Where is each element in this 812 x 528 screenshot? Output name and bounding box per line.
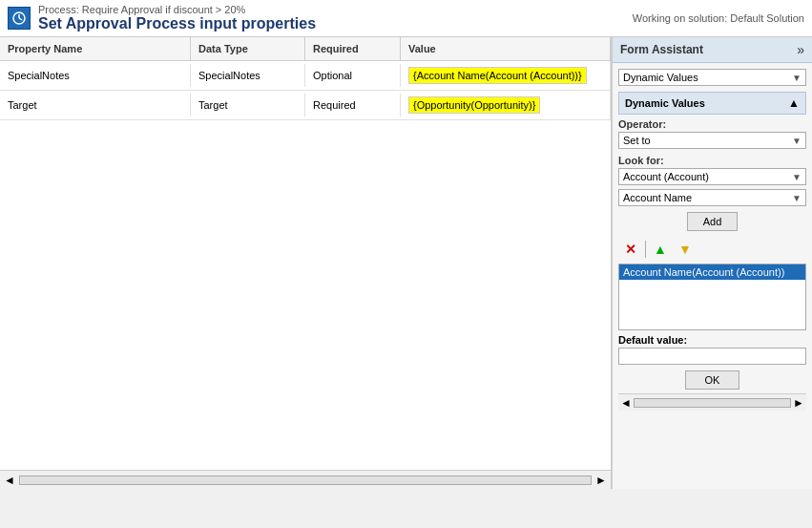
value-tag-1[interactable]: {Opportunity(Opportunity)}: [408, 96, 540, 114]
dynamic-values-section-header: Dynamic Values ▲: [618, 92, 806, 115]
look-for-select[interactable]: Account (Account) ▼: [618, 168, 806, 185]
remove-item-button[interactable]: ✕: [620, 239, 641, 260]
table-row: SpecialNotes SpecialNotes Optional {Acco…: [0, 61, 611, 91]
left-panel: Property Name Data Type Required Value S…: [0, 37, 612, 489]
values-list[interactable]: Account Name(Account (Account)): [618, 264, 806, 330]
header-datatype: Data Type: [191, 37, 305, 60]
look-for-group: Look for: Account (Account) ▼ Account Na…: [618, 155, 806, 206]
right-panel: Form Assistant » Dynamic Values ▼ Dynami…: [612, 37, 812, 489]
working-on-label: Working on solution: Default Solution: [633, 12, 804, 24]
action-bar: ✕ ▲ ▼: [618, 235, 806, 264]
add-button[interactable]: Add: [687, 212, 739, 231]
move-up-button[interactable]: ▲: [650, 239, 671, 260]
process-info: Process: Require Approval if discount > …: [38, 4, 316, 32]
bottom-scrollbar[interactable]: ◄ ►: [0, 470, 611, 489]
ok-button[interactable]: OK: [685, 370, 740, 390]
header-property: Property Name: [0, 37, 191, 60]
cell-property-1: Target: [0, 94, 191, 116]
cell-value-1[interactable]: {Opportunity(Opportunity)}: [401, 91, 611, 119]
top-bar: Process: Require Approval if discount > …: [0, 0, 812, 37]
form-assistant-body: Dynamic Values ▼ Dynamic Values ▲ Operat…: [613, 63, 812, 489]
cell-property-0: SpecialNotes: [0, 64, 191, 87]
field-value: Account Name: [623, 192, 692, 203]
cell-required-1: Required: [305, 94, 401, 116]
table-row: Target Target Required {Opportunity(Oppo…: [0, 91, 611, 120]
right-scroll-left-icon[interactable]: ◄: [620, 396, 632, 410]
scroll-left-icon[interactable]: ◄: [4, 474, 15, 487]
form-assistant-title: Form Assistant: [620, 43, 703, 56]
field-arrow-icon: ▼: [792, 193, 802, 203]
operator-label: Operator:: [618, 118, 806, 130]
value-tag-0[interactable]: {Account Name(Account (Account))}: [408, 67, 587, 84]
separator: [645, 241, 646, 258]
header-required: Required: [305, 37, 401, 60]
svg-line-2: [19, 18, 22, 20]
dynamic-values-dropdown-row: Dynamic Values ▼: [618, 69, 806, 86]
right-scroll-right-icon[interactable]: ►: [793, 396, 804, 410]
scroll-right-icon[interactable]: ►: [595, 474, 607, 487]
scroll-track[interactable]: [19, 475, 592, 485]
dynamic-values-label: Dynamic Values: [623, 72, 698, 83]
cell-value-0[interactable]: {Account Name(Account (Account))}: [401, 61, 611, 90]
collapse-section-btn[interactable]: ▲: [788, 96, 800, 110]
right-scroll-track[interactable]: [634, 398, 791, 408]
process-icon: [8, 7, 31, 30]
form-assistant-header: Form Assistant »: [613, 37, 812, 63]
table-header: Property Name Data Type Required Value: [0, 37, 611, 61]
header-value: Value: [401, 37, 611, 60]
default-value-label: Default value:: [618, 334, 806, 346]
operator-value: Set to: [623, 135, 651, 146]
main-title: Set Approval Process input properties: [38, 15, 316, 32]
operator-group: Operator: Set to ▼: [618, 118, 806, 149]
operator-select[interactable]: Set to ▼: [618, 132, 806, 149]
cell-required-0: Optional: [305, 64, 401, 87]
form-assistant-expand-btn[interactable]: »: [797, 42, 804, 57]
look-for-value: Account (Account): [623, 171, 709, 182]
section-title: Dynamic Values: [625, 97, 705, 109]
list-item[interactable]: Account Name(Account (Account)): [619, 264, 805, 280]
process-title: Process: Require Approval if discount > …: [38, 4, 316, 15]
top-bar-left: Process: Require Approval if discount > …: [8, 4, 316, 32]
cell-datatype-1: Target: [191, 94, 305, 116]
move-down-button[interactable]: ▼: [675, 239, 696, 260]
dropdown-arrow-icon: ▼: [792, 73, 802, 83]
right-scrollbar[interactable]: ◄ ►: [618, 393, 806, 411]
content-area: Property Name Data Type Required Value S…: [0, 37, 812, 489]
cell-datatype-0: SpecialNotes: [191, 64, 305, 87]
look-for-label: Look for:: [618, 155, 806, 166]
field-select[interactable]: Account Name ▼: [618, 189, 806, 206]
operator-arrow-icon: ▼: [792, 136, 802, 146]
dynamic-values-dropdown[interactable]: Dynamic Values ▼: [618, 69, 806, 86]
default-value-input[interactable]: [618, 348, 806, 365]
look-for-arrow-icon: ▼: [792, 172, 802, 182]
